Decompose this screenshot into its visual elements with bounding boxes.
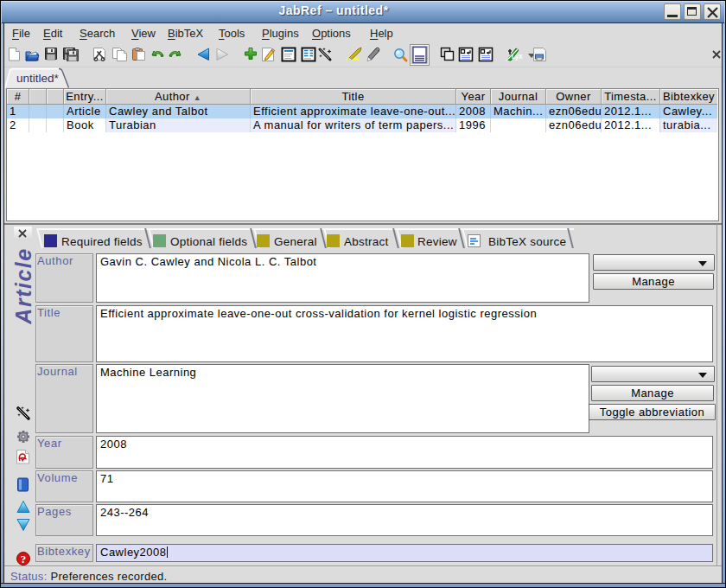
- svg-text:?: ?: [21, 553, 27, 566]
- svg-text:LyX: LyX: [512, 54, 523, 61]
